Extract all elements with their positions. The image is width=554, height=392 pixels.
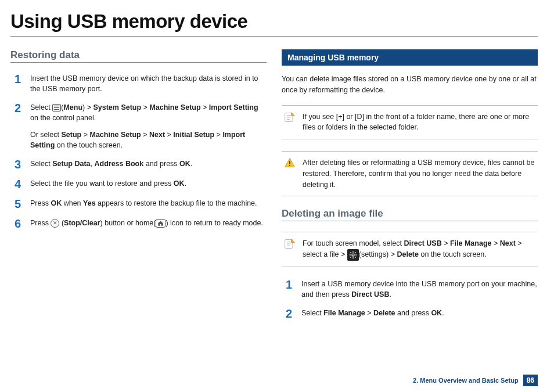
touchscreen-note-box: For touch screen model, select Direct US… (282, 232, 538, 267)
deleting-file-heading: Deleting an image file (282, 208, 538, 220)
note-text: If you see [+] or [D] in the front of a … (303, 112, 535, 134)
page-footer: 2. Menu Overview and Basic Setup 86 (413, 375, 538, 386)
step-number: 1 (282, 279, 292, 290)
step-body: Press OK when Yes appears to restore the… (30, 198, 267, 208)
content-columns: Restoring data 1Insert the USB memory de… (10, 49, 538, 328)
svg-line-11 (350, 257, 351, 258)
step-number: 5 (10, 198, 21, 210)
step-number: 4 (10, 178, 21, 190)
step-body: Select Setup Data, Address Book and pres… (30, 159, 267, 169)
step-item: 6Press ✕ (Stop/Clear) button or home() i… (10, 218, 267, 229)
section-divider (10, 62, 267, 63)
step-body: Insert a USB memory device into the USB … (301, 279, 538, 300)
title-divider (10, 36, 538, 37)
step-body: Select File Manage > Delete and press OK… (301, 308, 538, 318)
step-number: 6 (10, 218, 21, 229)
svg-line-10 (355, 257, 356, 258)
step-item: 5Press OK when Yes appears to restore th… (10, 198, 267, 210)
step-body: Select the file you want to restore and … (30, 178, 267, 189)
step-number: 3 (10, 159, 21, 170)
touchscreen-note-text: For touch screen model, select Direct US… (303, 238, 535, 261)
step-paragraph: Select the file you want to restore and … (30, 178, 267, 189)
footer-chapter: 2. Menu Overview and Basic Setup (413, 377, 519, 384)
warning-text: After deleting files or reformatting a U… (303, 157, 535, 190)
step-number: 1 (10, 73, 21, 85)
warning-note-box: After deleting files or reformatting a U… (282, 151, 538, 196)
step-paragraph: Press OK when Yes appears to restore the… (30, 198, 267, 208)
right-column: Managing USB memory You can delete image… (282, 49, 538, 328)
step-item: 1Insert a USB memory device into the USB… (282, 279, 538, 300)
footer-page-number: 86 (523, 375, 538, 386)
step-number: 2 (282, 308, 292, 319)
step-item: 3Select Setup Data, Address Book and pre… (10, 159, 267, 170)
svg-line-12 (355, 252, 356, 253)
section-divider (282, 221, 538, 221)
intro-paragraph: You can delete image files stored on a U… (282, 74, 538, 96)
stop-clear-icon: ✕ (51, 219, 59, 228)
step-body: Press ✕ (Stop/Clear) button or home() ic… (30, 218, 267, 228)
step-paragraph: Select File Manage > Delete and press OK… (301, 308, 538, 318)
settings-icon (347, 249, 359, 261)
step-paragraph: Or select Setup > Machine Setup > Next >… (30, 130, 267, 150)
restoring-data-heading: Restoring data (10, 49, 267, 61)
menu-icon (52, 104, 61, 112)
step-paragraph: Select Setup Data, Address Book and pres… (30, 159, 267, 169)
step-number: 2 (10, 102, 21, 114)
svg-point-4 (352, 254, 354, 256)
info-note-box: If you see [+] or [D] in the front of a … (282, 105, 538, 140)
step-paragraph: Insert the USB memory device on which th… (30, 73, 267, 94)
step-item: 2Select (Menu) > System Setup > Machine … (10, 102, 267, 150)
managing-usb-heading: Managing USB memory (282, 49, 538, 66)
restoring-steps-list: 1Insert the USB memory device on which t… (10, 73, 267, 229)
left-column: Restoring data 1Insert the USB memory de… (10, 49, 267, 328)
step-item: 1Insert the USB memory device on which t… (10, 73, 267, 94)
home-icon (156, 219, 166, 228)
page-title: Using USB memory device (10, 10, 538, 33)
step-item: 2Select File Manage > Delete and press O… (282, 308, 538, 319)
svg-line-9 (350, 252, 351, 253)
note-icon (284, 112, 296, 123)
step-paragraph: Insert a USB memory device into the USB … (301, 279, 538, 300)
step-paragraph: Press ✕ (Stop/Clear) button or home() ic… (30, 218, 267, 228)
step-body: Insert the USB memory device on which th… (30, 73, 267, 94)
step-item: 4Select the file you want to restore and… (10, 178, 267, 190)
note-icon (284, 238, 296, 250)
warning-icon (284, 157, 296, 169)
step-paragraph: Select (Menu) > System Setup > Machine S… (30, 102, 267, 123)
svg-rect-1 (289, 161, 290, 164)
step-body: Select (Menu) > System Setup > Machine S… (30, 102, 267, 150)
svg-rect-2 (289, 165, 290, 166)
deleting-steps-list: 1Insert a USB memory device into the USB… (282, 279, 538, 319)
